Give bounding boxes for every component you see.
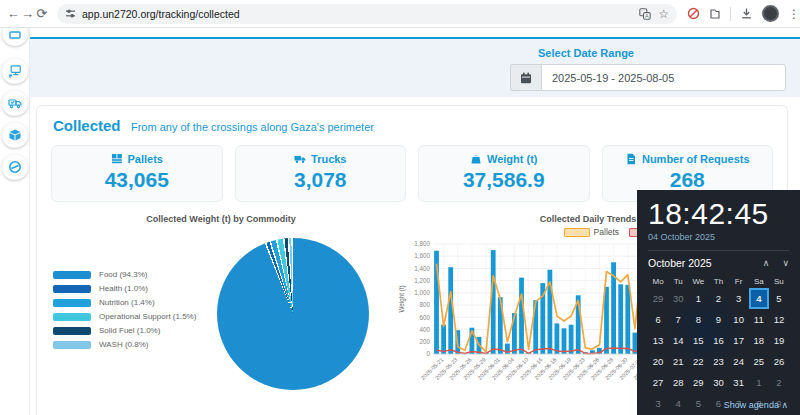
weight-bar[interactable] xyxy=(441,325,446,354)
back-icon[interactable]: ← xyxy=(6,6,20,21)
download-icon[interactable] xyxy=(740,7,753,20)
weight-bar[interactable] xyxy=(555,323,560,354)
calendar-day[interactable]: 27 xyxy=(648,372,668,393)
trends-legend-item[interactable]: Pallets xyxy=(564,227,620,237)
svg-text:1,000: 1,000 xyxy=(414,289,430,296)
weight-bar[interactable] xyxy=(562,328,567,354)
calendar-day[interactable]: 24 xyxy=(729,351,749,372)
svg-text:400: 400 xyxy=(419,326,430,333)
calendar-day[interactable]: 18 xyxy=(749,330,769,351)
weekday-label: We xyxy=(688,275,708,288)
pie-chart-title: Collected Weight (t) by Commodity xyxy=(45,214,397,224)
weekday-label: Th xyxy=(708,275,728,288)
calendar-day[interactable]: 15 xyxy=(688,330,708,351)
date-range-input[interactable] xyxy=(541,64,786,91)
svg-text:1,200: 1,200 xyxy=(414,277,430,284)
calendar-day[interactable]: 1 xyxy=(749,372,769,393)
address-bar[interactable]: app.un2720.org/tracking/collected A ☆ xyxy=(57,4,677,24)
calendar-day[interactable]: 11 xyxy=(749,309,769,330)
blocked-extension-icon[interactable] xyxy=(687,7,700,20)
show-agenda-button[interactable]: Show agenda ∧ xyxy=(724,400,788,410)
legend-label: Solid Fuel (1.0%) xyxy=(99,326,160,335)
chevron-up-icon[interactable]: ∧ xyxy=(763,258,770,268)
sidebar-item-trucks[interactable] xyxy=(2,90,28,116)
calendar-day[interactable]: 21 xyxy=(668,351,688,372)
calendar-day[interactable]: 7 xyxy=(668,309,688,330)
calendar-day[interactable]: 17 xyxy=(729,330,749,351)
pie-legend-item[interactable]: Health (1.0%) xyxy=(53,284,196,293)
calendar-day[interactable]: 3 xyxy=(729,288,749,309)
reload-icon[interactable]: ⟳ xyxy=(35,6,49,21)
calendar-day[interactable]: 12 xyxy=(769,309,789,330)
pie-legend-item[interactable]: Food (94.3%) xyxy=(53,270,196,279)
calendar-day[interactable]: 20 xyxy=(648,351,668,372)
calendar-grid: 2930123456789101112131415161718192021222… xyxy=(648,288,789,414)
stat-card-weight: Weight (t) 37,586.9 xyxy=(418,145,590,202)
calendar-day[interactable]: 5 xyxy=(688,393,708,414)
translate-icon[interactable]: A xyxy=(639,8,651,20)
stat-card-trucks: Trucks 3,078 xyxy=(235,145,407,202)
forward-icon[interactable]: → xyxy=(20,6,34,21)
calendar-day[interactable]: 2 xyxy=(708,288,728,309)
weight-bar[interactable] xyxy=(618,284,623,354)
chevron-down-icon[interactable]: ∨ xyxy=(782,258,789,268)
sidebar-item-arrivals[interactable] xyxy=(2,58,28,84)
calendar-day[interactable]: 14 xyxy=(668,330,688,351)
calendar-day[interactable]: 29 xyxy=(688,372,708,393)
extension-icon[interactable] xyxy=(709,8,721,20)
package-icon xyxy=(8,128,22,142)
commodity-pie-chart: Collected Weight (t) by Commodity Food (… xyxy=(45,210,397,415)
calendar-day[interactable]: 1 xyxy=(688,288,708,309)
legend-swatch xyxy=(53,313,91,321)
profile-avatar[interactable] xyxy=(762,5,779,22)
calendar-day[interactable]: 13 xyxy=(648,330,668,351)
pie-legend-item[interactable]: Solid Fuel (1.0%) xyxy=(53,326,196,335)
clock-date[interactable]: 04 October 2025 xyxy=(648,232,789,242)
legend-swatch xyxy=(53,271,91,279)
calendar-day-selected[interactable]: 4 xyxy=(749,288,769,309)
calendar-day[interactable]: 8 xyxy=(688,309,708,330)
clock-time: 18:42:45 xyxy=(648,198,789,230)
calendar-day[interactable]: 19 xyxy=(769,330,789,351)
pie-legend-item[interactable]: WASH (0.8%) xyxy=(53,340,196,349)
pie-legend-item[interactable]: Nutrition (1.4%) xyxy=(53,298,196,307)
legend-label: Nutrition (1.4%) xyxy=(99,298,155,307)
calendar-day[interactable]: 30 xyxy=(668,288,688,309)
menu-dots-icon[interactable]: ⋮ xyxy=(788,7,800,21)
calendar-day[interactable]: 30 xyxy=(708,372,728,393)
pie-legend-item[interactable]: Operational Support (1.5%) xyxy=(53,312,196,321)
calendar-day[interactable]: 22 xyxy=(688,351,708,372)
weight-bar[interactable] xyxy=(625,285,630,354)
calendar-day[interactable]: 28 xyxy=(668,372,688,393)
calendar-day[interactable]: 5 xyxy=(769,288,789,309)
weight-bar[interactable] xyxy=(569,325,574,354)
sidebar-item-packages[interactable] xyxy=(2,122,28,148)
document-icon xyxy=(625,153,637,165)
truck-icon xyxy=(294,153,306,165)
pie-graphic[interactable] xyxy=(217,238,369,390)
weight-bar[interactable] xyxy=(519,278,524,354)
calendar-day[interactable]: 3 xyxy=(648,393,668,414)
calendar-icon xyxy=(520,72,532,84)
calendar-day[interactable]: 23 xyxy=(708,351,728,372)
svg-text:A: A xyxy=(645,13,649,19)
calendar-button[interactable] xyxy=(510,64,541,91)
calendar-month-label[interactable]: October 2025 xyxy=(648,257,712,269)
clock-calendar-popup: 18:42:45 04 October 2025 October 2025 ∧ … xyxy=(637,190,800,415)
stat-label: Weight (t) xyxy=(487,153,538,165)
calendar-day[interactable]: 4 xyxy=(668,393,688,414)
sidebar-item-blocked[interactable] xyxy=(2,154,28,180)
site-info-icon[interactable] xyxy=(65,8,76,19)
calendar-day[interactable]: 29 xyxy=(648,288,668,309)
url-text[interactable]: app.un2720.org/tracking/collected xyxy=(82,8,639,20)
calendar-day[interactable]: 2 xyxy=(769,372,789,393)
calendar-day[interactable]: 6 xyxy=(648,309,668,330)
calendar-day[interactable]: 31 xyxy=(729,372,749,393)
calendar-day[interactable]: 26 xyxy=(769,351,789,372)
calendar-day[interactable]: 16 xyxy=(708,330,728,351)
calendar-day[interactable]: 25 xyxy=(749,351,769,372)
calendar-day[interactable]: 9 xyxy=(708,309,728,330)
calendar-day[interactable]: 10 xyxy=(729,309,749,330)
bookmark-star-icon[interactable]: ☆ xyxy=(658,7,669,21)
pallet-icon xyxy=(111,153,123,165)
